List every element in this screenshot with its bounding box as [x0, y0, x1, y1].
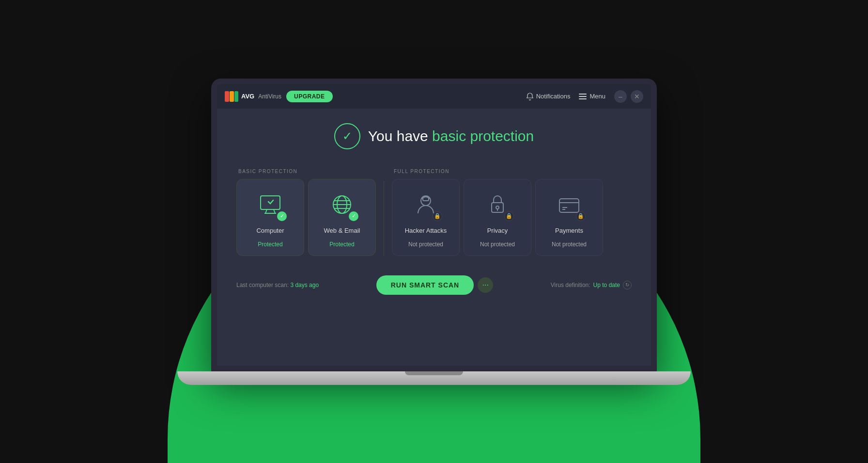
payments-card-name: Payments — [555, 227, 583, 234]
basic-protection-group: BASIC PROTECTION — [236, 169, 376, 256]
minimize-button[interactable]: – — [614, 90, 627, 103]
payments-icon-wrap: 🔒 — [554, 189, 585, 220]
privacy-card[interactable]: 🔒 Privacy Not protected — [464, 179, 531, 256]
hero-text: You have basic protection — [368, 128, 534, 144]
hacker-icon-wrap: 🔒 — [410, 189, 441, 220]
web-email-card[interactable]: ✓ Web & Email Protected — [308, 179, 376, 256]
app-window: AVG AntiVirus UPGRADE Notifications — [217, 84, 651, 366]
web-email-card-status: Protected — [329, 241, 354, 248]
more-options-button[interactable]: ··· — [478, 277, 493, 293]
app-name: AVG — [241, 93, 254, 100]
bell-icon — [527, 93, 533, 100]
main-content: ✓ You have basic protection BASIC PROTEC… — [217, 109, 651, 314]
menu-label: Menu — [589, 93, 605, 100]
basic-cards-row: ✓ Computer Protected — [236, 179, 376, 256]
notifications-label: Notifications — [536, 93, 571, 100]
payments-status-badge: 🔒 — [576, 211, 586, 221]
full-cards-row: 🔒 Hacker Attacks Not protected — [392, 179, 603, 256]
svg-rect-2 — [234, 91, 238, 102]
close-button[interactable]: ✕ — [631, 90, 643, 103]
virus-def-label: Virus definition: — [551, 282, 590, 288]
computer-card-name: Computer — [256, 227, 284, 234]
title-bar-left: AVG AntiVirus UPGRADE — [225, 91, 333, 102]
hacker-status-badge: 🔒 — [433, 211, 442, 221]
hero-prefix: You have — [368, 128, 432, 144]
svg-rect-0 — [225, 91, 229, 102]
svg-line-8 — [274, 209, 275, 213]
svg-line-7 — [265, 209, 267, 213]
privacy-card-status: Not protected — [480, 241, 515, 248]
section-separator — [384, 181, 384, 256]
avg-logo-icon — [225, 91, 238, 102]
virus-def-value: Up to date — [593, 282, 620, 288]
svg-point-18 — [496, 206, 499, 209]
hacker-card-name: Hacker Attacks — [405, 227, 447, 234]
laptop-screen: AVG AntiVirus UPGRADE Notifications — [211, 79, 657, 371]
laptop-base — [177, 371, 691, 385]
hero-highlight: basic protection — [432, 128, 534, 144]
full-protection-group: FULL PROTECTION — [392, 169, 603, 256]
refresh-icon[interactable]: ↻ — [623, 281, 632, 289]
basic-section-label: BASIC PROTECTION — [236, 169, 376, 174]
bottom-bar: Last computer scan: 3 days ago RUN SMART… — [236, 271, 632, 300]
menu-icon — [579, 94, 587, 99]
svg-rect-4 — [579, 96, 587, 97]
protection-area: BASIC PROTECTION — [236, 169, 632, 256]
full-section-label: FULL PROTECTION — [392, 169, 603, 174]
svg-rect-6 — [261, 196, 280, 209]
virus-definition-info: Virus definition: Up to date ↻ — [551, 281, 632, 289]
web-email-status-badge: ✓ — [349, 211, 358, 221]
computer-card[interactable]: ✓ Computer Protected — [236, 179, 304, 256]
hero-section: ✓ You have basic protection — [236, 123, 632, 149]
title-bar: AVG AntiVirus UPGRADE Notifications — [217, 84, 651, 109]
menu-button[interactable]: Menu — [579, 93, 605, 100]
svg-rect-1 — [230, 91, 234, 102]
laptop-wrapper: AVG AntiVirus UPGRADE Notifications — [177, 79, 691, 385]
computer-status-badge: ✓ — [277, 211, 287, 221]
last-scan-info: Last computer scan: 3 days ago — [236, 282, 319, 288]
window-controls: – ✕ — [614, 90, 643, 103]
payments-card-status: Not protected — [552, 241, 587, 248]
computer-card-status: Protected — [258, 241, 282, 248]
svg-rect-20 — [559, 199, 579, 212]
run-smart-scan-button[interactable]: RUN SMART SCAN — [376, 275, 474, 295]
privacy-card-name: Privacy — [487, 227, 508, 234]
hacker-card-status: Not protected — [408, 241, 443, 248]
title-bar-right: Notifications Menu – ✕ — [527, 90, 643, 103]
last-scan-value: 3 days ago — [290, 282, 319, 288]
svg-rect-3 — [579, 94, 587, 95]
scan-button-wrap: RUN SMART SCAN ··· — [376, 275, 494, 295]
last-scan-label: Last computer scan: — [236, 282, 289, 288]
web-email-card-name: Web & Email — [324, 227, 360, 234]
computer-icon-wrap: ✓ — [255, 189, 286, 220]
upgrade-button[interactable]: UPGRADE — [286, 91, 333, 102]
hacker-attacks-card[interactable]: 🔒 Hacker Attacks Not protected — [392, 179, 460, 256]
app-subtitle: AntiVirus — [258, 93, 281, 100]
notifications-button[interactable]: Notifications — [527, 93, 571, 100]
privacy-icon-wrap: 🔒 — [482, 189, 513, 220]
payments-card[interactable]: 🔒 Payments Not protected — [535, 179, 603, 256]
svg-rect-5 — [579, 98, 587, 99]
privacy-status-badge: 🔒 — [504, 211, 514, 221]
web-email-icon-wrap: ✓ — [326, 189, 357, 220]
protection-status-icon: ✓ — [334, 123, 360, 149]
avg-logo: AVG AntiVirus — [225, 91, 281, 102]
